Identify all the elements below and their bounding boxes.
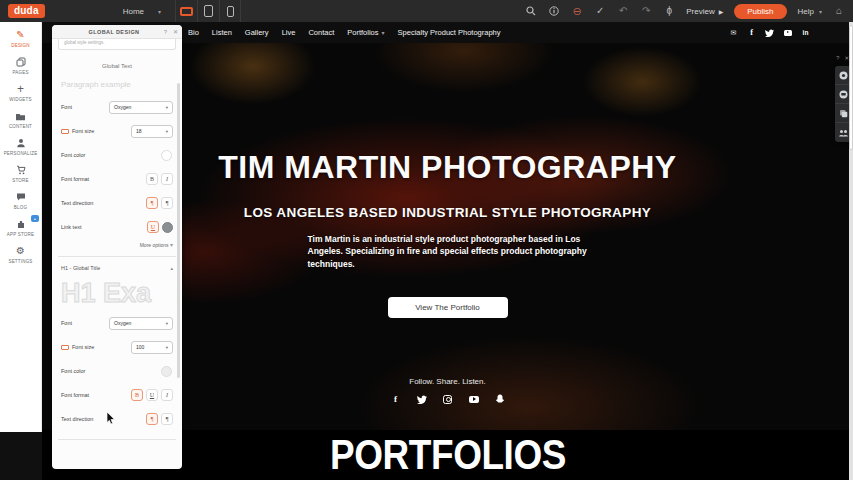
search-icon[interactable] [525, 6, 537, 16]
h1-section-header[interactable]: H1 - Global Title ▴ [61, 265, 173, 271]
page-selector-dropdown[interactable]: Home ▾ [123, 7, 161, 16]
desktop-icon [180, 7, 193, 16]
linkedin-icon[interactable]: in [801, 28, 810, 37]
panel-title: GLOBAL DESIGN [52, 29, 162, 35]
pages-icon [16, 57, 26, 68]
right-toolbar-header: ? ✕ [836, 55, 849, 61]
panel-close-button[interactable]: ✕ [172, 28, 179, 35]
approve-check-icon[interactable]: ✓ [594, 6, 606, 16]
h1-ltr-direction-button[interactable]: ¶ [146, 413, 158, 425]
section-divider [58, 256, 176, 257]
page-selector-value: Home [123, 7, 144, 16]
h1-font-size-row: Font size 100 ▾ [61, 335, 173, 359]
duda-logo[interactable]: duda [8, 4, 45, 18]
publish-button[interactable]: Publish [734, 4, 786, 19]
sidebar-item-app-store[interactable]: APP STORE • [0, 214, 41, 241]
help-dropdown[interactable]: Help ▾ [798, 7, 822, 16]
hero-body-text: Tim Martin is an industrial style produc… [308, 233, 588, 271]
twitter-icon[interactable] [417, 394, 427, 404]
device-switcher [175, 0, 241, 22]
nav-social-icons: ✉ f in [729, 22, 810, 43]
nav-item-bio[interactable]: Bio [188, 28, 199, 37]
h1-font-format-row: Font format B U I [61, 383, 173, 407]
h1-font-color-row: Font color [61, 359, 173, 383]
chevron-down-icon: ▾ [170, 242, 173, 248]
right-help-button[interactable]: ? [836, 55, 839, 61]
snapchat-icon[interactable] [495, 394, 505, 404]
nav-item-gallery[interactable]: Gallery [245, 28, 269, 37]
link-color-swatch[interactable] [162, 222, 173, 233]
sidebar-item-content[interactable]: CONTENT [0, 106, 41, 133]
responsive-size-icon [61, 129, 69, 134]
bold-button[interactable]: B [146, 173, 158, 185]
global-design-panel: GLOBAL DESIGN ? ✕ global style settings.… [52, 25, 182, 469]
ltr-direction-button[interactable]: ¶ [146, 197, 158, 209]
youtube-icon[interactable] [783, 28, 792, 37]
h1-font-size-select[interactable]: 100 ▾ [131, 341, 173, 354]
more-options-link[interactable]: More options ▾ [61, 241, 173, 248]
tablet-view-button[interactable] [197, 0, 219, 22]
sidebar-item-store[interactable]: STORE [0, 160, 41, 187]
sidebar-item-design[interactable]: ✎ DESIGN [0, 25, 41, 52]
facebook-icon[interactable]: f [391, 394, 401, 404]
chevron-down-icon: ▾ [166, 105, 168, 110]
h1-underline-button[interactable]: U [146, 389, 158, 401]
font-size-select[interactable]: 18 ▾ [131, 125, 173, 138]
h1-font-color-swatch[interactable] [161, 366, 172, 377]
h1-bold-button[interactable]: B [131, 389, 143, 401]
link-text-row: Link text U [61, 215, 173, 239]
mouse-cursor [106, 411, 115, 429]
chevron-down-icon: ▾ [166, 321, 168, 326]
info-icon[interactable] [548, 6, 560, 16]
panel-scrollbar[interactable] [177, 83, 180, 378]
paragraph-rtl-icon: ¶ [166, 200, 169, 206]
twitter-icon[interactable] [765, 28, 774, 37]
desktop-view-button[interactable] [175, 0, 197, 22]
chevron-down-icon: ▾ [158, 8, 161, 15]
nav-item-contact[interactable]: Contact [308, 28, 334, 37]
sidebar-item-pages[interactable]: PAGES [0, 52, 41, 79]
theme-icon[interactable]: ⊖ [571, 6, 583, 17]
sidebar-item-settings[interactable]: ⚙ SETTINGS [0, 241, 41, 268]
personalize-person-icon [16, 138, 26, 149]
font-color-swatch[interactable] [161, 150, 172, 161]
dev-mode-icon[interactable]: ϕ [663, 6, 675, 16]
sidebar-item-personalize[interactable]: PERSONALIZE [0, 133, 41, 160]
h1-rtl-direction-button[interactable]: ¶ [161, 413, 173, 425]
nav-item-listen[interactable]: Listen [212, 28, 232, 37]
sidebar-item-widgets[interactable]: + WIDGETS [0, 79, 41, 106]
panel-header: GLOBAL DESIGN ? ✕ [52, 25, 182, 39]
youtube-icon[interactable] [469, 394, 479, 404]
topbar-actions: ⊖ ✓ ↶ ↷ ϕ Preview ▶ Publish Help ▾ ⌂ [525, 4, 845, 19]
mobile-view-button[interactable] [219, 0, 241, 22]
redo-icon[interactable]: ↷ [640, 6, 652, 16]
page-scrollbar-thumb[interactable] [849, 25, 853, 150]
nav-item-specialty[interactable]: Specialty Product Photography [398, 28, 501, 37]
facebook-icon[interactable]: f [747, 28, 756, 37]
sidebar-item-blog[interactable]: BLOG [0, 187, 41, 214]
instagram-icon[interactable] [443, 394, 453, 404]
italic-button[interactable]: I [161, 173, 173, 185]
content-folder-icon [15, 111, 26, 122]
view-portfolio-button[interactable]: View The Portfolio [388, 297, 508, 318]
email-icon[interactable]: ✉ [729, 28, 738, 37]
paragraph-ltr-icon: ¶ [151, 416, 154, 422]
h1-font-select[interactable]: Oxygen ▾ [109, 317, 173, 330]
preview-button[interactable]: Preview ▶ [686, 7, 723, 16]
h1-style-preview: H1 Exa [61, 279, 173, 311]
nav-item-live[interactable]: Live [282, 28, 296, 37]
h1-font-row: Font Oxygen ▾ [61, 311, 173, 335]
portfolios-title: PORTFOLIOS [330, 430, 566, 476]
store-cart-icon [16, 165, 26, 176]
link-underline-button[interactable]: U [147, 221, 159, 233]
font-select[interactable]: Oxygen ▾ [109, 101, 173, 114]
font-size-row: Font size 18 ▾ [61, 119, 173, 143]
mobile-icon [227, 6, 234, 17]
dashboard-home-icon[interactable]: ⌂ [833, 6, 845, 16]
page-scrollbar-track[interactable] [849, 22, 853, 480]
nav-item-portfolios[interactable]: Portfolios ▾ [347, 28, 384, 37]
h1-italic-button[interactable]: I [161, 389, 173, 401]
rtl-direction-button[interactable]: ¶ [161, 197, 173, 209]
undo-icon[interactable]: ↶ [617, 6, 629, 16]
panel-help-button[interactable]: ? [162, 29, 169, 35]
